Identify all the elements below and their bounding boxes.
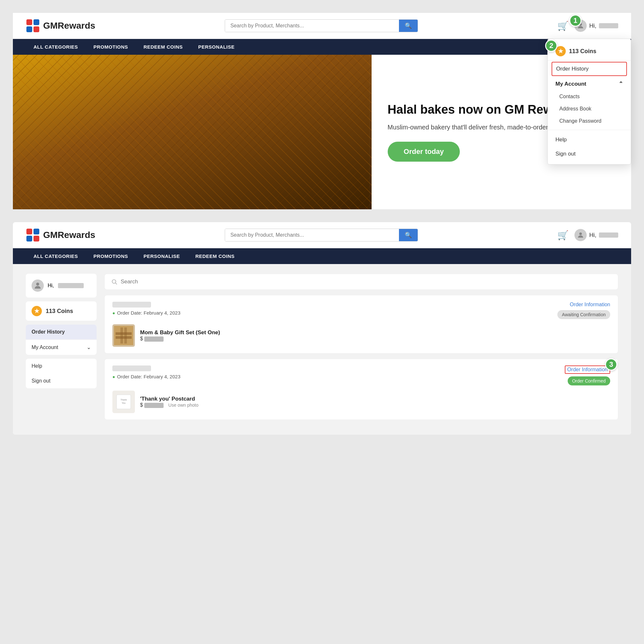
order-card-1: ● Order Date: February 4, 2023 Order Inf…	[104, 295, 618, 354]
sidebar-user: Hi,	[26, 274, 97, 298]
svg-rect-7	[26, 236, 32, 241]
nav-promotions[interactable]: PROMOTIONS	[86, 39, 136, 55]
order-2-info-link[interactable]: Order Information	[565, 365, 610, 374]
order-2-item-details: 'Thank you' Postcard $ Use own photo	[140, 396, 198, 408]
order-2-item-note: Use own photo	[168, 403, 198, 408]
sidebar-coins-label: 113 Coins	[46, 308, 73, 315]
dropdown-address-book[interactable]: Address Book	[548, 103, 631, 115]
svg-rect-3	[33, 26, 39, 32]
search-bar[interactable]: 🔍	[225, 19, 418, 32]
orders-search-box[interactable]	[104, 274, 618, 290]
navbar-bottom: ALL CATEGORIES PROMOTIONS PERSONALISE RE…	[13, 248, 631, 264]
user-name-blur	[599, 23, 618, 28]
nav-redeem-coins[interactable]: REDEEM COINS	[136, 39, 191, 55]
svg-line-12	[115, 283, 117, 284]
order-1-item-price: $	[140, 336, 220, 342]
order-cta-button[interactable]: Order today	[388, 142, 460, 162]
order-card-1-header: ● Order Date: February 4, 2023 Order Inf…	[112, 302, 610, 319]
order-2-item-price: $ Use own photo	[140, 402, 198, 408]
search-input[interactable]	[225, 20, 399, 32]
avatar-bottom	[574, 229, 587, 241]
search-button[interactable]: 🔍	[399, 20, 418, 32]
sidebar-help-link[interactable]: Help	[26, 359, 97, 374]
dropdown-order-history[interactable]: Order History	[552, 62, 627, 76]
dropdown-my-account[interactable]: My Account ⌃	[548, 77, 631, 90]
order-1-item: Mom & Baby Gift Set (Set One) $	[112, 324, 610, 347]
dropdown-change-password[interactable]: Change Password	[548, 115, 631, 127]
cart-button[interactable]: 🛒	[557, 21, 569, 31]
user-button-wrapper: 1 Hi,	[574, 20, 618, 32]
sidebar-user-blur	[58, 283, 84, 288]
logo-bottom[interactable]: GMRewards	[26, 228, 95, 242]
cart-button-bottom[interactable]: 🛒	[557, 230, 569, 241]
orders-search-input[interactable]	[121, 279, 611, 285]
nav-personalise[interactable]: PERSONALISE	[191, 39, 242, 55]
svg-rect-13	[114, 326, 133, 345]
nav-all-categories[interactable]: ALL CATEGORIES	[26, 39, 86, 55]
header-bottom: GMRewards 🔍 🛒 Hi,	[13, 222, 631, 248]
svg-rect-16	[120, 327, 123, 344]
order-1-date: ● Order Date: February 4, 2023	[112, 310, 180, 316]
sidebar-help: Help Sign out	[26, 359, 97, 388]
svg-rect-2	[26, 26, 32, 32]
sidebar-sign-out[interactable]: Sign out	[26, 374, 97, 388]
order-1-actions: Order Information Awaiting Confirmation	[557, 302, 610, 319]
order-2-item-name: 'Thank you' Postcard	[140, 396, 198, 402]
order-2-actions: 3 Order Information Order Confirmed	[565, 365, 610, 385]
order-1-item-image	[112, 324, 135, 347]
order-2-id-blur	[112, 365, 151, 371]
search-bar-bottom[interactable]: 🔍	[225, 229, 418, 241]
chevron-up-icon: ⌃	[619, 81, 623, 87]
dropdown-help[interactable]: Help	[548, 133, 631, 147]
sidebar-nav: Order History My Account ⌄	[26, 325, 97, 355]
order-1-status-badge: Awaiting Confirmation	[557, 310, 610, 319]
hero-section: Halal bakes now on GM Rewards Muslim-own…	[13, 55, 631, 209]
nav2-promotions[interactable]: PROMOTIONS	[86, 248, 136, 264]
sidebar-order-history[interactable]: Order History	[26, 325, 97, 339]
svg-point-9	[579, 232, 582, 235]
order-1-info: ● Order Date: February 4, 2023	[112, 302, 180, 316]
order-2-item: Thank You 'Thank you' Postcard $ Use own…	[112, 391, 610, 413]
order-1-id-blur	[112, 302, 151, 308]
svg-rect-6	[33, 229, 39, 234]
search-input-bottom[interactable]	[225, 229, 399, 241]
dropdown-contacts[interactable]: Contacts	[548, 90, 631, 103]
svg-text:Thank: Thank	[120, 399, 127, 401]
nav2-redeem-coins[interactable]: REDEEM COINS	[188, 248, 242, 264]
dropdown-coins-label: 113 Coins	[569, 48, 596, 55]
order-2-info: ● Order Date: February 4, 2023	[112, 365, 180, 379]
svg-rect-5	[26, 229, 32, 234]
svg-point-10	[36, 283, 39, 286]
order-card-2-header: ● Order Date: February 4, 2023 3 Order I…	[112, 365, 610, 385]
svg-rect-17	[124, 327, 127, 344]
svg-rect-0	[26, 19, 32, 25]
svg-rect-14	[116, 332, 132, 335]
svg-rect-8	[33, 236, 39, 241]
hero-pattern	[13, 55, 384, 209]
user-button-bottom[interactable]: Hi,	[574, 229, 618, 241]
nav2-personalise[interactable]: PERSONALISE	[136, 248, 188, 264]
order-2-date-dot: ●	[112, 374, 115, 379]
navbar-top: ALL CATEGORIES PROMOTIONS REDEEM COINS P…	[13, 39, 631, 55]
step-badge-3: 3	[605, 358, 617, 371]
step-badge-2: 2	[545, 40, 557, 52]
order-2-status-badge: Order Confirmed	[568, 376, 610, 385]
step-badge-3-wrapper: 3	[605, 358, 617, 371]
sidebar-avatar	[32, 279, 44, 292]
dropdown-coins-wrapper: 2 ★ 113 Coins	[548, 42, 631, 61]
order-1-item-name: Mom & Baby Gift Set (Set One)	[140, 329, 220, 336]
header-actions: 🛒 1 Hi,	[557, 20, 618, 32]
dropdown-divider-1	[548, 130, 631, 130]
logo[interactable]: GMRewards	[26, 19, 95, 33]
order-1-info-link[interactable]: Order Information	[570, 302, 610, 308]
order-2-date: ● Order Date: February 4, 2023	[112, 374, 180, 379]
order-1-date-dot: ●	[112, 310, 115, 316]
nav2-all-categories[interactable]: ALL CATEGORIES	[26, 248, 86, 264]
sidebar-my-account[interactable]: My Account ⌄	[26, 340, 97, 355]
order-1-price-blur	[144, 336, 164, 342]
search-button-bottom[interactable]: 🔍	[399, 229, 418, 241]
dropdown-menu: 2 ★ 113 Coins Order History My Account ⌃…	[547, 39, 631, 165]
dropdown-sign-out[interactable]: Sign out	[548, 147, 631, 161]
svg-point-11	[112, 279, 116, 283]
orders-area: ● Order Date: February 4, 2023 Order Inf…	[104, 274, 618, 425]
